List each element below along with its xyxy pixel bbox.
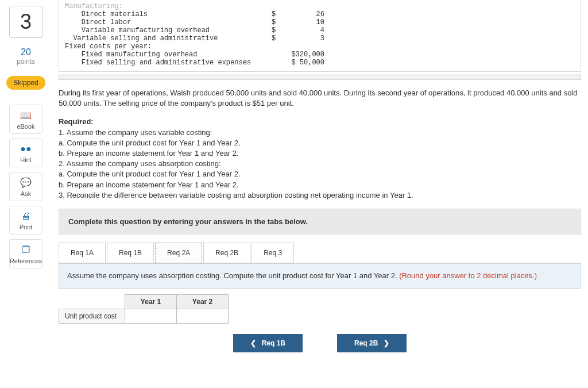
chevron-right-icon: ❯: [384, 339, 389, 347]
cost-value: 10: [290, 18, 324, 26]
currency-symbol: $: [272, 26, 276, 34]
points-indicator: 20 points: [17, 47, 35, 66]
horizontal-scrollbar[interactable]: [59, 74, 581, 80]
currency-symbol: $: [272, 10, 276, 18]
question-number: 3: [9, 6, 42, 38]
cost-value: 26: [290, 10, 324, 18]
tab-req-1b[interactable]: Req 1B: [107, 243, 154, 263]
copy-icon: ❐: [22, 244, 30, 255]
answer-table: Year 1 Year 2 Unit product cost: [59, 294, 229, 324]
required-line: 1. Assume the company uses variable cost…: [59, 128, 212, 137]
prev-tab-button[interactable]: ❮ Req 1B: [233, 334, 303, 352]
cost-label: Fixed manufacturing overhead: [65, 51, 197, 59]
tab-prompt: Assume the company uses absorption costi…: [59, 263, 581, 289]
col-header-year2: Year 2: [177, 295, 229, 309]
currency-symbol: $: [272, 18, 276, 26]
cost-data-box: Manufacturing: Direct materials$26 Direc…: [59, 0, 581, 72]
cost-value: $320,000: [283, 51, 324, 59]
input-year1-unit-cost[interactable]: [125, 309, 177, 324]
tab-prompt-hint: (Round your answer to 2 decimal places.): [399, 271, 537, 280]
tab-req-3[interactable]: Req 3: [252, 243, 294, 263]
cost-label: Variable manufacturing overhead: [65, 26, 210, 34]
ebook-label: eBook: [17, 123, 34, 130]
nav-row: ❮ Req 1B Req 2B ❯: [59, 334, 581, 352]
required-line: 3. Reconcile the difference between vari…: [59, 191, 413, 199]
currency-symbol: $: [272, 34, 276, 43]
tabs-row: Req 1A Req 1B Req 2A Req 2B Req 3: [59, 243, 581, 263]
print-button[interactable]: 🖨 Print: [9, 206, 42, 235]
input-year2-unit-cost[interactable]: [177, 309, 229, 324]
references-button[interactable]: ❐ References: [9, 239, 42, 268]
tab-req-2b[interactable]: Req 2B: [203, 243, 250, 263]
hint-label: Hint: [20, 156, 32, 163]
row-label-unit-product-cost: Unit product cost: [59, 309, 125, 324]
cost-label: Fixed selling and administrative expense…: [65, 59, 251, 67]
tab-prompt-main: Assume the company uses absorption costi…: [67, 271, 399, 280]
cost-value: $ 50,000: [283, 59, 324, 67]
required-line: b. Prepare an income statement for Year …: [59, 149, 239, 157]
problem-narrative: During its first year of operations, Wal…: [59, 88, 581, 109]
required-line: a. Compute the unit product cost for Yea…: [59, 139, 241, 147]
required-heading: Required:: [59, 117, 94, 126]
printer-icon: 🖨: [21, 211, 30, 221]
chevron-left-icon: ❮: [250, 339, 256, 347]
tab-req-2a[interactable]: Req 2A: [155, 243, 202, 263]
status-badge: Skipped: [6, 76, 45, 90]
left-sidebar: 3 20 points Skipped 📖 eBook ●● Hint 💬 As…: [0, 0, 52, 364]
cost-label: Direct labor: [65, 18, 131, 26]
points-label: points: [17, 57, 35, 66]
ask-label: Ask: [21, 190, 31, 197]
chat-icon: 💬: [20, 177, 32, 188]
required-line: 2. Assume the company uses absorption co…: [59, 159, 221, 168]
references-label: References: [10, 258, 42, 264]
prev-tab-label: Req 1B: [262, 339, 285, 347]
cost-header-cut: Manufacturing:: [65, 2, 123, 10]
points-value: 20: [17, 47, 35, 57]
hint-button[interactable]: ●● Hint: [9, 139, 42, 167]
cost-value: 4: [290, 26, 324, 34]
instruction-bar: Complete this question by entering your …: [59, 209, 581, 235]
required-section: Required: 1. Assume the company uses var…: [59, 117, 581, 201]
required-line: a. Compute the unit product cost for Yea…: [59, 170, 241, 178]
col-header-year1: Year 1: [125, 295, 177, 309]
tab-req-1a[interactable]: Req 1A: [59, 243, 106, 263]
next-tab-label: Req 2B: [354, 339, 378, 347]
main-content: Manufacturing: Direct materials$26 Direc…: [52, 0, 588, 364]
ebook-button[interactable]: 📖 eBook: [9, 105, 42, 134]
book-icon: 📖: [20, 110, 32, 121]
cost-label: Fixed costs per year:: [65, 43, 152, 51]
next-tab-button[interactable]: Req 2B ❯: [337, 334, 407, 352]
cost-label: Variable selling and administrative: [65, 34, 218, 43]
print-label: Print: [20, 224, 33, 231]
required-line: b. Prepare an income statement for Year …: [59, 180, 239, 189]
hint-icon: ●●: [20, 144, 31, 154]
cost-value: 3: [290, 34, 324, 43]
ask-button[interactable]: 💬 Ask: [9, 172, 42, 201]
cost-label: Direct materials: [65, 10, 148, 18]
